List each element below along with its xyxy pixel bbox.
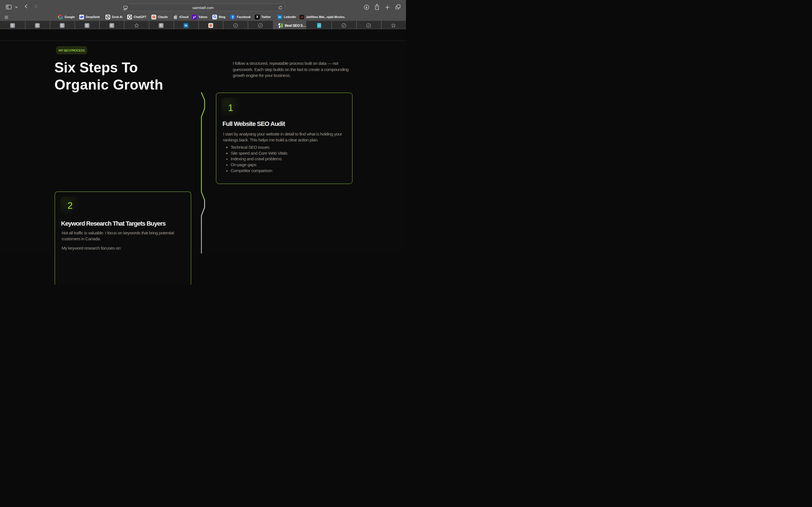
svg-text:WEBP: WEBP [317, 25, 320, 26]
